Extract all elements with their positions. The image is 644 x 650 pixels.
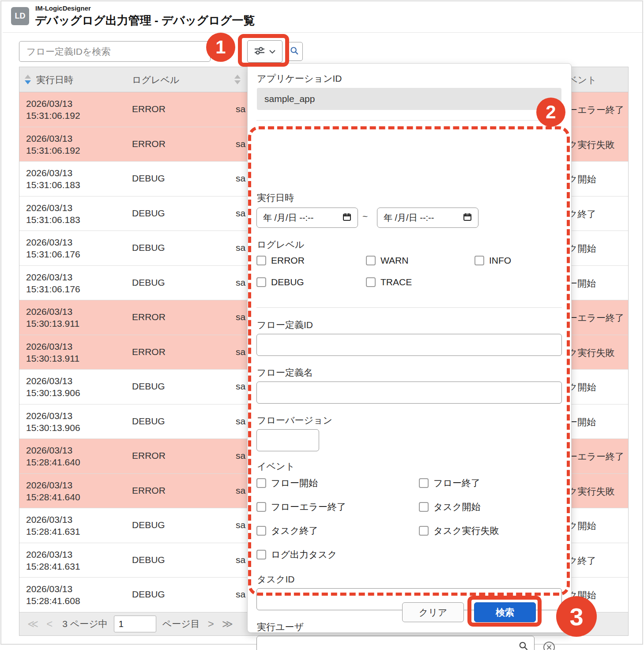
cell-exec-datetime: 2026/03/1315:28:41.631 <box>26 514 80 537</box>
cell-exec-datetime: 2026/03/1315:31:06.192 <box>26 98 80 121</box>
cell-event: ー開始 <box>568 277 596 290</box>
page-total-label: 3 ページ中 <box>62 618 108 630</box>
event-checkbox[interactable]: フローエラー終了 <box>256 501 419 513</box>
exec-datetime-from-input[interactable]: 年 /月/日 --:-- <box>256 208 358 228</box>
checkbox-icon[interactable] <box>419 502 429 512</box>
exec-user-label: 実行ユーザ <box>257 621 304 633</box>
checkbox-label: フローエラー終了 <box>271 501 346 513</box>
checkbox-label: WARN <box>380 255 408 266</box>
checkbox-icon[interactable] <box>256 478 266 488</box>
checkbox-icon[interactable] <box>366 277 376 287</box>
cell-flow-value: sa <box>236 381 245 392</box>
checkbox-icon[interactable] <box>256 256 266 265</box>
cell-event: ク開始 <box>568 381 596 393</box>
screen: LD IM-LogicDesigner デバッグログ出力管理 - デバッグログ一… <box>0 0 644 650</box>
flow-id-search-input[interactable]: フロー定義IDを検索 <box>19 41 211 62</box>
cell-exec-datetime: 2026/03/1315:31:06.176 <box>26 271 80 295</box>
page-number-input[interactable]: 1 <box>114 616 156 632</box>
annotation-circle-step-2: 2 <box>536 98 565 127</box>
event-checkbox[interactable]: フロー開始 <box>256 477 419 489</box>
cell-event: ク開始 <box>568 173 596 185</box>
checkbox-icon[interactable] <box>366 256 376 265</box>
exec-datetime-to-input[interactable]: 年 /月/日 --:-- <box>377 208 478 228</box>
next-page-button[interactable]: > <box>208 618 214 630</box>
clear-button[interactable]: クリア <box>402 602 464 622</box>
search-icon <box>290 46 299 57</box>
cell-flow-value: sa <box>236 242 245 253</box>
last-page-button[interactable]: ≫ <box>222 618 233 630</box>
range-separator: ~ <box>362 211 368 222</box>
cell-flow-value: sa <box>236 139 245 149</box>
sort-icon-col3[interactable] <box>234 74 241 85</box>
event-checkbox[interactable]: タスク終了 <box>256 525 419 537</box>
checkbox-label: フロー終了 <box>433 477 480 489</box>
cell-event: ーエラー終了 <box>568 104 624 116</box>
cell-flow-value: sa <box>236 277 245 288</box>
checkbox-icon[interactable] <box>256 277 266 287</box>
event-label: イベント <box>257 460 295 472</box>
cell-log-level: DEBUG <box>132 277 165 288</box>
checkbox-label: ERROR <box>271 255 305 266</box>
cell-flow-value: sa <box>236 485 245 496</box>
annotation-box-step-3 <box>467 596 542 627</box>
flow-def-name-input[interactable] <box>256 382 562 404</box>
cell-log-level: DEBUG <box>132 242 165 253</box>
application-id-label: アプリケーションID <box>257 72 342 85</box>
column-header-exec-datetime[interactable]: 実行日時 <box>36 74 73 86</box>
log-level-checkbox[interactable]: TRACE <box>366 277 475 287</box>
exec-datetime-label: 実行日時 <box>257 192 294 204</box>
calendar-icon[interactable] <box>463 212 472 223</box>
flow-def-id-label: フロー定義ID <box>257 319 313 331</box>
checkbox-icon[interactable] <box>419 526 429 536</box>
cell-log-level: DEBUG <box>132 208 165 219</box>
cell-log-level: ERROR <box>132 139 166 149</box>
cell-event: ク実行失敗 <box>568 139 615 151</box>
event-checkbox[interactable]: ログ出力タスク <box>256 548 419 561</box>
cell-log-level: ERROR <box>132 312 166 322</box>
popup-divider <box>256 307 562 308</box>
cell-log-level: ERROR <box>132 450 166 461</box>
prev-page-button[interactable]: < <box>46 618 53 630</box>
clear-user-icon[interactable] <box>542 641 556 650</box>
cell-log-level: DEBUG <box>132 381 165 392</box>
flow-version-input[interactable] <box>256 429 319 451</box>
user-search-icon[interactable] <box>518 641 529 650</box>
first-page-button[interactable]: ≪ <box>27 618 38 630</box>
checkbox-icon[interactable] <box>475 256 484 265</box>
log-level-checkbox[interactable]: ERROR <box>256 255 366 266</box>
column-header-event[interactable]: ベント <box>568 74 596 86</box>
event-checkbox[interactable]: フロー終了 <box>419 477 561 489</box>
checkbox-icon[interactable] <box>256 526 266 536</box>
cell-exec-datetime: 2026/03/1315:31:06.183 <box>26 202 80 226</box>
page-title: デバッグログ出力管理 - デバッグログ一覧 <box>35 13 255 28</box>
cell-event: ク開始 <box>568 520 596 532</box>
flow-version-label: フローバージョン <box>257 414 332 427</box>
log-level-checkbox[interactable]: WARN <box>366 255 475 266</box>
cell-exec-datetime: 2026/03/1315:31:06.183 <box>26 167 80 191</box>
flow-def-name-label: フロー定義名 <box>257 367 313 379</box>
checkbox-label: INFO <box>489 255 511 266</box>
checkbox-icon[interactable] <box>419 478 429 488</box>
checkbox-icon[interactable] <box>256 502 266 512</box>
checkbox-label: タスク実行失敗 <box>433 525 499 537</box>
event-checkbox[interactable]: タスク開始 <box>419 501 561 513</box>
sort-icon-exec-datetime[interactable] <box>25 74 31 85</box>
cell-log-level: ERROR <box>132 347 166 357</box>
checkbox-icon[interactable] <box>256 550 266 559</box>
event-checkbox[interactable]: タスク実行失敗 <box>419 525 561 537</box>
filter-popup: アプリケーションID sample_app 実行日時 年 /月/日 --:-- … <box>247 63 572 633</box>
cell-exec-datetime: 2026/03/1315:28:41.640 <box>26 444 80 468</box>
exec-user-input[interactable] <box>256 636 535 650</box>
log-level-checkbox[interactable]: DEBUG <box>256 277 366 287</box>
log-level-checkbox[interactable]: INFO <box>475 255 561 266</box>
flow-def-id-input[interactable] <box>256 334 562 356</box>
calendar-icon[interactable] <box>343 212 351 223</box>
cell-event: ク終了 <box>568 208 596 220</box>
date-placeholder: 年 /月/日 --:-- <box>384 212 434 224</box>
checkbox-label: DEBUG <box>271 277 304 287</box>
cell-exec-datetime: 2026/03/1315:28:41.631 <box>26 548 80 572</box>
cell-log-level: DEBUG <box>132 555 165 565</box>
cell-log-level: DEBUG <box>132 173 165 184</box>
annotation-circle-step-1: 1 <box>206 33 235 62</box>
column-header-log-level[interactable]: ログレベル <box>132 74 179 86</box>
